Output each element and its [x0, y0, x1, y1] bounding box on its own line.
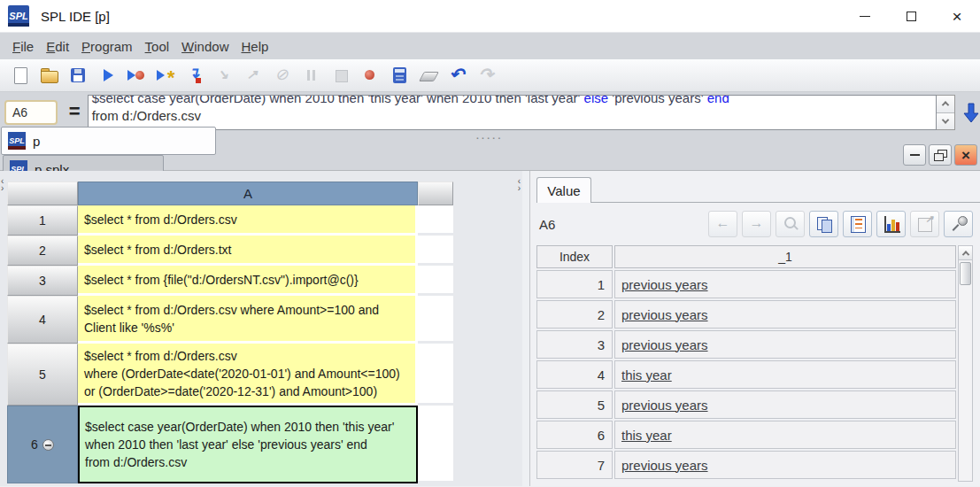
cell-line: Client like '%s%'	[84, 319, 379, 336]
step-next-button[interactable]	[180, 62, 209, 89]
cell-line: where (OrderDate<date('2020-01-01') and …	[84, 365, 400, 383]
menu-window[interactable]: Window	[181, 39, 228, 54]
breakpoint-button[interactable]	[355, 62, 384, 89]
value-cell[interactable]: this year	[614, 360, 956, 389]
row-header-6[interactable]: 6	[7, 406, 78, 483]
grid-cell-extra[interactable]	[418, 344, 453, 406]
column-header-a[interactable]: A	[78, 182, 418, 205]
column-header-extra	[418, 182, 453, 205]
collapse-marker-icon[interactable]	[42, 439, 54, 451]
grid-header-row: A	[7, 182, 453, 205]
cell-line: $select * from d:/Orders.csv	[84, 211, 237, 228]
value-table-scrollbar[interactable]	[958, 245, 973, 482]
grid-cell-extra[interactable]	[418, 266, 453, 296]
row-header-4[interactable]: 4	[7, 296, 78, 344]
properties-button	[910, 211, 939, 237]
calculate-button[interactable]	[384, 62, 413, 89]
chart-button[interactable]	[876, 211, 906, 237]
row-header-3[interactable]: 3	[7, 266, 78, 296]
step-arrow-icon	[185, 66, 204, 85]
minimize-icon	[910, 154, 920, 156]
sql-text: 'previous years'	[608, 95, 707, 105]
save-button[interactable]	[63, 62, 92, 89]
spl-icon-text: SPL	[9, 136, 25, 145]
formula-scroll-up-button[interactable]	[937, 96, 954, 112]
scrollbar-up-button[interactable]	[959, 246, 972, 260]
sql-keyword: else	[584, 95, 609, 105]
scrollbar-thumb[interactable]	[960, 262, 971, 285]
window-maximize-button[interactable]	[888, 0, 934, 32]
grid-cell-a3[interactable]: $select * from {file("d:/OrdersNT.csv").…	[78, 266, 418, 296]
record-dot-icon	[360, 66, 380, 85]
expand-formula-button[interactable]	[962, 102, 980, 123]
cell-text: $select * from {file("d:/OrdersNT.csv").…	[84, 271, 359, 289]
value-cell[interactable]: previous years	[614, 300, 956, 329]
grid-row: 6$select case year(OrderDate) when 2010 …	[7, 406, 453, 483]
frame-restore-button[interactable]	[929, 144, 952, 166]
menu-program[interactable]: Program	[81, 39, 133, 54]
value-tab[interactable]: Value	[536, 177, 591, 203]
grid-cell-a2[interactable]: $select * from d:/Orders.txt	[78, 236, 418, 266]
grid-row: 3$select * from {file("d:/OrdersNT.csv")…	[7, 266, 453, 296]
value-cell[interactable]: previous years	[614, 390, 956, 419]
row-header-2[interactable]: 2	[7, 236, 78, 266]
window-close-button[interactable]: ×	[934, 0, 980, 32]
run-button[interactable]	[92, 62, 121, 89]
grid-cell-extra[interactable]	[418, 296, 453, 344]
menu-file[interactable]: File	[12, 39, 34, 54]
cell-reference-input[interactable]: A6	[4, 100, 58, 125]
row-number: 2	[39, 244, 46, 258]
grid-cell-extra[interactable]	[418, 406, 453, 483]
formula-input[interactable]: $select case year(OrderDate) when 2010 t…	[88, 95, 937, 130]
value-column-header[interactable]: _1	[614, 245, 956, 268]
grid-corner-cell[interactable]	[7, 182, 78, 205]
grid-cell-extra[interactable]	[418, 205, 453, 236]
row-number: 6	[31, 437, 38, 452]
grid-cell-a6[interactable]: $select case year(OrderDate) when 2010 t…	[78, 406, 418, 483]
cell-text: $select * from d:/Orders.csv	[84, 211, 237, 228]
copy-button[interactable]	[809, 211, 838, 237]
menu-help[interactable]: Help	[241, 39, 268, 54]
grid-cell-a1[interactable]: $select * from d:/Orders.csv	[78, 205, 418, 236]
formula-scroll-down-button[interactable]	[937, 112, 954, 130]
clear-button[interactable]	[413, 62, 443, 89]
left-splitter-arrows[interactable]: ‹›	[1, 178, 4, 192]
right-splitter-arrows[interactable]: ‹›	[518, 178, 521, 192]
frame-close-button[interactable]: ×	[954, 144, 977, 166]
frame-minimize-button[interactable]	[903, 144, 926, 166]
editor-tab-bar: SPLpSPLp.splx ×	[0, 140, 980, 170]
debug-button[interactable]	[121, 62, 150, 89]
row-header-1[interactable]: 1	[7, 205, 78, 236]
value-cell[interactable]: this year	[614, 421, 956, 449]
index-cell: 3	[536, 330, 613, 359]
grid-cell-a5[interactable]: $select * from d:/Orders.csvwhere (Order…	[78, 344, 418, 406]
index-cell: 2	[536, 300, 613, 329]
cell-text: $select * from d:/Orders.csvwhere (Order…	[84, 347, 400, 400]
menu-tool[interactable]: Tool	[145, 39, 170, 54]
index-column-header[interactable]: Index	[536, 245, 613, 268]
row-header-5[interactable]: 5	[7, 344, 78, 406]
editor-tab-p[interactable]: SPLp	[1, 127, 216, 155]
grid-row: 4$select * from d:/Orders.csv where Amou…	[7, 296, 453, 344]
undo-arrow-icon	[448, 66, 467, 85]
grid-cell-extra[interactable]	[418, 236, 453, 266]
execute-to-cursor-button[interactable]	[150, 62, 180, 89]
open-file-button[interactable]	[34, 62, 63, 89]
maximize-icon	[907, 12, 916, 21]
vertical-splitter[interactable]	[522, 171, 529, 486]
new-file-button[interactable]	[4, 62, 34, 89]
editor-tab-label: p	[33, 134, 40, 149]
value-cell[interactable]: previous years	[614, 451, 956, 479]
cell-line: $select * from d:/Orders.csv	[84, 347, 400, 365]
form-view-button[interactable]	[843, 211, 872, 237]
undo-button[interactable]	[443, 62, 472, 89]
bar-chart-icon	[883, 215, 900, 233]
value-cell[interactable]: previous years	[614, 270, 956, 298]
grid-cell-a4[interactable]: $select * from d:/Orders.csv where Amoun…	[78, 296, 418, 344]
table-row: 7previous years	[536, 451, 956, 479]
value-cell[interactable]: previous years	[614, 330, 956, 359]
circle-slash-icon	[273, 66, 292, 85]
pin-button[interactable]	[944, 211, 973, 237]
menu-edit[interactable]: Edit	[46, 39, 69, 54]
window-minimize-button[interactable]	[842, 0, 888, 32]
